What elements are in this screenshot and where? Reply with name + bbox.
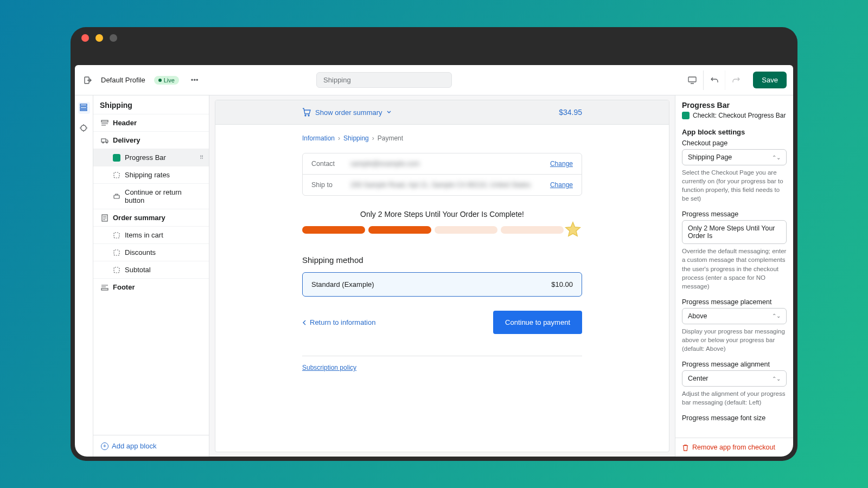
- live-badge: Live: [154, 76, 179, 85]
- subscription-policy-link[interactable]: Subscription policy: [302, 356, 582, 371]
- contact-shipping-box: Contact sample@example.com Change Ship t…: [302, 153, 582, 196]
- svg-rect-16: [101, 288, 108, 290]
- svg-point-8: [103, 142, 104, 143]
- chevron-updown-icon: ⌃⌄: [772, 313, 781, 319]
- checkout-page-select[interactable]: Shipping Page⌃⌄: [682, 149, 787, 165]
- progress-segment: [368, 226, 431, 234]
- chevron-down-icon: [387, 110, 391, 114]
- svg-rect-14: [114, 250, 119, 255]
- more-menu-icon[interactable]: •••: [191, 76, 199, 84]
- block-icon: [113, 232, 120, 239]
- nav-rail: [75, 95, 93, 457]
- block-icon: [113, 171, 120, 179]
- sidebar-item-shipping-rates[interactable]: Shipping rates: [93, 166, 209, 183]
- shipto-value: 200 Sample Road, Apt 21, Sample CA 90210…: [350, 181, 550, 189]
- sidebar-item-subtotal[interactable]: Subtotal: [93, 261, 209, 278]
- sidebar-item-footer[interactable]: Footer: [93, 278, 209, 296]
- titlebar: [71, 27, 797, 49]
- breadcrumb: Information›Shipping›Payment: [302, 134, 582, 142]
- preview-page: Show order summary $34.95 Information›Sh…: [215, 100, 669, 452]
- inspector-panel: Progress Bar CheckIt: Checkout Progress …: [675, 95, 793, 457]
- svg-rect-2: [80, 104, 87, 106]
- section-icon: [101, 119, 108, 127]
- sidebar-item-delivery[interactable]: Delivery: [93, 131, 209, 149]
- continue-button[interactable]: Continue to payment: [493, 311, 582, 334]
- progress-message: Only 2 More Steps Until Your Order Is Co…: [302, 210, 582, 219]
- section-icon: [101, 137, 108, 144]
- sidebar-item-header[interactable]: Header: [93, 114, 209, 131]
- section-icon: [101, 284, 108, 291]
- sidebar: Shipping HeaderDeliveryProgress Bar⠿Ship…: [93, 95, 209, 457]
- minimize-window-icon[interactable]: [95, 34, 103, 42]
- redo-icon[interactable]: [725, 70, 746, 90]
- inspector-section-heading: App block settings: [682, 128, 787, 136]
- crumb-payment: Payment: [378, 134, 403, 142]
- plus-icon: +: [101, 442, 108, 450]
- svg-rect-7: [101, 139, 106, 142]
- app-icon: [113, 154, 120, 162]
- page-selector[interactable]: Shipping: [316, 72, 452, 88]
- chevron-left-icon: [302, 320, 307, 325]
- inspector-title: Progress Bar: [682, 101, 787, 110]
- close-window-icon[interactable]: [81, 34, 89, 42]
- undo-icon[interactable]: [703, 70, 725, 90]
- svg-point-18: [308, 115, 309, 116]
- section-icon: [101, 214, 108, 222]
- alignment-select[interactable]: Center⌃⌄: [682, 370, 787, 387]
- svg-point-5: [81, 125, 86, 131]
- trash-icon: [682, 444, 689, 451]
- progress-segment: [501, 226, 564, 234]
- remove-app-button[interactable]: Remove app from checkout: [675, 438, 793, 457]
- maximize-window-icon[interactable]: [110, 34, 117, 42]
- progress-bar: [302, 226, 582, 239]
- sidebar-item-continue-or-return-button[interactable]: Continue or return button: [93, 183, 209, 209]
- block-icon: [113, 266, 120, 274]
- placement-select[interactable]: Above⌃⌄: [682, 308, 787, 324]
- add-app-block-button[interactable]: + Add app block: [93, 435, 209, 457]
- shipping-method-option[interactable]: Standard (Example) $10.00: [302, 272, 582, 297]
- sidebar-item-order-summary[interactable]: Order summary: [93, 209, 209, 226]
- contact-value: sample@example.com: [350, 160, 550, 168]
- block-icon: [113, 192, 120, 200]
- preview-canvas: Show order summary $34.95 Information›Sh…: [209, 95, 675, 457]
- sidebar-item-progress-bar[interactable]: Progress Bar⠿: [93, 149, 209, 166]
- svg-rect-13: [114, 233, 119, 238]
- settings-tab-icon[interactable]: [79, 124, 89, 133]
- profile-name: Default Profile: [101, 76, 145, 84]
- progress-message-input[interactable]: Only 2 More Steps Until Your Order Is: [682, 220, 787, 244]
- app-window: Default Profile Live ••• Shipping Save S…: [71, 27, 797, 461]
- order-total: $34.95: [559, 108, 582, 117]
- progress-segment: [435, 226, 497, 234]
- crumb-information[interactable]: Information: [302, 134, 335, 142]
- svg-rect-4: [80, 110, 87, 111]
- topbar: Default Profile Live ••• Shipping Save: [75, 65, 793, 95]
- svg-point-9: [106, 142, 107, 143]
- sidebar-item-discounts[interactable]: Discounts: [93, 243, 209, 261]
- block-icon: [113, 249, 120, 256]
- contact-label: Contact: [311, 160, 350, 168]
- svg-point-17: [305, 115, 306, 116]
- save-button[interactable]: Save: [753, 72, 787, 88]
- exit-editor-icon[interactable]: [81, 76, 94, 85]
- progress-segment: [302, 226, 365, 234]
- change-contact-link[interactable]: Change: [550, 160, 573, 168]
- shipto-label: Ship to: [311, 181, 350, 189]
- drag-handle-icon[interactable]: ⠿: [200, 155, 202, 160]
- chevron-updown-icon: ⌃⌄: [772, 155, 781, 160]
- sections-tab-icon[interactable]: [78, 102, 90, 114]
- sidebar-item-items-in-cart[interactable]: Items in cart: [93, 226, 209, 243]
- return-link[interactable]: Return to information: [302, 318, 375, 326]
- change-shipto-link[interactable]: Change: [550, 181, 573, 189]
- cart-icon: [302, 108, 311, 117]
- order-summary-bar[interactable]: Show order summary $34.95: [215, 100, 669, 125]
- svg-rect-6: [101, 120, 108, 122]
- svg-rect-1: [688, 77, 696, 82]
- inspector-app-name: CheckIt: Checkout Progress Bar: [682, 112, 787, 119]
- svg-rect-3: [80, 107, 87, 108]
- viewport-icon[interactable]: [681, 70, 703, 90]
- crumb-shipping[interactable]: Shipping: [343, 134, 369, 142]
- app-chrome: Default Profile Live ••• Shipping Save S…: [75, 65, 793, 457]
- svg-rect-10: [114, 172, 119, 178]
- star-icon: [564, 221, 582, 239]
- shipping-method-heading: Shipping method: [302, 255, 582, 265]
